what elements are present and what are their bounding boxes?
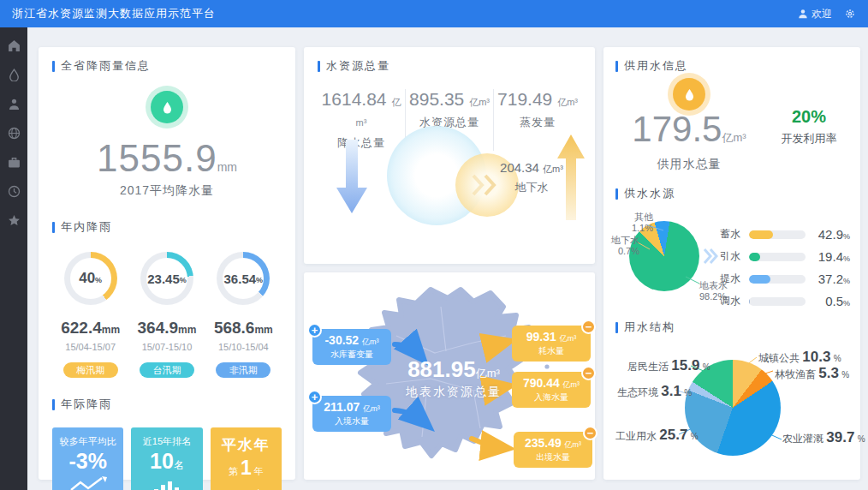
supply-drop-icon — [673, 78, 705, 111]
water-resources-panel: 水资源总量 1614.84 亿m³ 降水总量 895.35 亿m³ 水资源总量 … — [304, 47, 595, 264]
sources-header: 供水水源 — [615, 186, 675, 201]
section-accent-bar — [615, 61, 618, 72]
label-unit: 亿m³ — [563, 380, 580, 389]
pie-label-value: 0.7% — [609, 246, 639, 257]
star-icon[interactable] — [8, 214, 21, 227]
plus-icon: + — [307, 390, 322, 404]
rain-unit: mm — [102, 324, 120, 336]
usage-header: 用水结构 — [615, 320, 675, 335]
welcome-label: 欢迎 — [812, 7, 832, 21]
tile-value: 10 — [150, 449, 174, 473]
percent-sign: % — [843, 232, 850, 241]
user-icon[interactable] — [8, 98, 21, 111]
bar-label: 蓄水 — [720, 227, 744, 242]
usage-label-forestry: 林牧渔畜 5.3 % — [775, 365, 849, 382]
user-icon — [798, 9, 808, 19]
donut-chart-typhoon: 23.45% — [140, 252, 193, 305]
briefcase-icon[interactable] — [8, 156, 21, 169]
stat-value: 1614.84 — [322, 89, 387, 109]
label-unit: 亿m³ — [362, 338, 379, 346]
supply-total-label: 供用水总量 — [603, 157, 775, 172]
supply-total-value: 179.5 — [632, 109, 722, 149]
supply-total-unit: 亿m³ — [722, 131, 746, 144]
label-unit: 亿m³ — [363, 404, 380, 413]
section-accent-bar — [615, 322, 618, 333]
bar-value: 0.5 — [825, 294, 843, 308]
tile-label: 较多年平均比 — [52, 435, 123, 448]
label-value: 211.07 — [324, 400, 360, 414]
supply-header: 供用水信息 — [615, 58, 688, 74]
surface-water-map-panel: 881.95亿m³ 地表水资源总量 + -30.52 亿m³ 水库蓄变量 + 2… — [304, 272, 595, 480]
reservoir-change-label: + -30.52 亿m³ 水库蓄变量 — [312, 329, 391, 365]
section-accent-bar — [52, 222, 55, 233]
section-accent-bar — [318, 61, 320, 72]
section-accent-bar — [615, 188, 618, 200]
bar-fill — [749, 297, 750, 306]
globe-icon[interactable] — [8, 127, 21, 140]
usage-value: 15.9 — [671, 357, 699, 373]
usage-value: 5.3 — [818, 365, 839, 381]
stat-unit: 亿m³ — [469, 97, 490, 107]
bar-row: 引水 19.4% — [720, 249, 850, 264]
usage-label-agriculture: 农业灌溉 39.7 % — [782, 429, 865, 446]
supply-title: 供用水信息 — [624, 58, 688, 74]
groundwater-value: 204.34 — [500, 160, 539, 175]
bar-row: 调水 0.5% — [720, 294, 850, 308]
tile-label: 近15年排名 — [131, 435, 202, 448]
annual-rainfall-header: 年内降雨 — [52, 219, 282, 235]
interannual-tiles: 较多年平均比 -3% 近15年排名 10名 平水年 第 1 年 — [52, 427, 282, 490]
rainfall-panel-header: 全省降雨量信息 — [52, 58, 282, 74]
bar-value: 19.4 — [818, 249, 843, 264]
down-arrow-icon — [336, 140, 367, 213]
usage-label-residential: 居民生活 15.9 % — [627, 357, 710, 374]
donut-item: 23.45% 364.9mm 15/07-15/10 台汛期 — [128, 252, 205, 378]
period-badge: 台汛期 — [140, 362, 194, 378]
donut-chart-nonflood: 36.54% — [217, 252, 270, 305]
welcome-button[interactable]: 欢迎 — [798, 7, 832, 21]
water-drop-icon[interactable] — [8, 69, 21, 81]
percent-sign: % — [841, 370, 849, 379]
tile-vs-average: 较多年平均比 -3% — [52, 427, 123, 490]
avg-precipitation-value: 1555.9 — [97, 137, 217, 179]
sidebar — [0, 27, 27, 490]
usage-title: 用水结构 — [624, 320, 675, 335]
pie-label-value: 1.1% — [626, 223, 653, 234]
bar-label: 调水 — [720, 294, 744, 308]
supply-total: 179.5亿m³ — [603, 109, 775, 150]
percent-sign: % — [843, 254, 850, 263]
donut-item: 36.54% 568.6mm 15/10-15/04 非汛期 — [205, 252, 282, 378]
minus-icon: − — [581, 320, 596, 334]
bar-fill — [749, 275, 770, 284]
section-accent-bar — [52, 61, 55, 72]
mini-bars-icon — [152, 480, 181, 490]
tile-value: 1 — [241, 457, 252, 479]
app-title: 浙江省水资源监测大数据应用示范平台 — [12, 6, 216, 21]
bar-track — [749, 253, 806, 261]
annual-rainfall-donuts: 40% 622.4mm 15/04-15/07 梅汛期 23.45% 364.9… — [52, 252, 282, 378]
tile-value: -3% — [52, 448, 123, 474]
label-unit: 亿m³ — [560, 334, 577, 343]
donut-percent: 40 — [79, 270, 95, 287]
surface-water-value: 881.95 — [407, 356, 476, 382]
stat-unit: 亿m³ — [557, 97, 578, 107]
bar-value: 37.2 — [818, 272, 843, 286]
percent-sign: % — [684, 388, 692, 397]
tile-value-suffix: 年 — [254, 466, 264, 476]
home-icon[interactable] — [8, 39, 21, 52]
bar-track — [749, 230, 806, 239]
usage-value: 3.1 — [661, 383, 681, 399]
rain-period: 15/04-15/07 — [65, 342, 116, 352]
usage-label-urban-public: 城镇公共 10.3 % — [758, 349, 841, 366]
usage-name: 林牧渔畜 — [775, 368, 816, 380]
pie-label-name: 地下水 — [609, 235, 639, 246]
avg-precipitation: 1555.9mm — [52, 137, 282, 180]
dashed-arrow-icon — [222, 486, 270, 490]
bar-value: 42.9 — [818, 227, 843, 242]
clock-icon[interactable] — [8, 185, 21, 198]
gear-icon[interactable] — [844, 8, 856, 20]
pie-label-name: 其他 — [626, 212, 653, 223]
stat-value: 895.35 — [409, 89, 464, 109]
usage-name: 城镇公共 — [758, 352, 800, 364]
bar-fill — [749, 230, 773, 239]
tile-value-suffix: 名 — [174, 459, 184, 471]
